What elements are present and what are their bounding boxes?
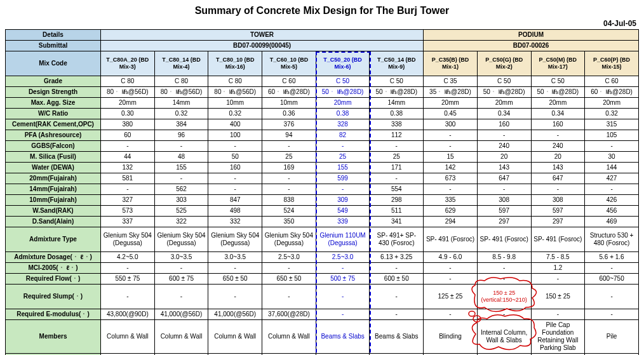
cell: 0.30	[101, 109, 155, 119]
cell: C 50	[477, 76, 531, 87]
cell: 80ㆍ ㎫@56D)	[208, 87, 262, 98]
row-label-agg10: 10mm(Fujairah)	[6, 195, 101, 206]
cell: 144	[585, 163, 639, 173]
cell: 308	[477, 195, 531, 206]
cell: 171	[370, 163, 424, 173]
cell: 160	[208, 163, 262, 173]
cell: -	[154, 285, 208, 309]
cell: 112	[370, 130, 424, 141]
mix-design-table: Details TOWER PODIUM Submittal BD07-0009…	[5, 29, 639, 355]
hdr-tower: TOWER	[101, 30, 424, 41]
cell: -	[208, 184, 262, 195]
cell: 132	[101, 163, 155, 173]
cell: 650 ± 50	[262, 274, 316, 285]
cell: 332	[208, 217, 262, 227]
cell: -	[208, 285, 262, 309]
cell: 50	[208, 152, 262, 163]
cell: Blinding	[424, 320, 478, 354]
cell: 50ㆍ ㎫@28D)	[316, 87, 370, 98]
cell: 4.9 - 6.0	[424, 252, 478, 263]
cell: 327	[101, 195, 155, 206]
cell: 50ㆍ ㎫@28D)	[477, 87, 531, 98]
cell: 328	[316, 119, 370, 130]
cell: -	[424, 141, 478, 152]
table-row: MCI-2005(ㆍ ℓㆍ)--------1.2-	[6, 263, 639, 274]
cell: 80ㆍ ㎫@56D)	[154, 87, 208, 98]
cell: C 50	[531, 76, 585, 87]
cell: -	[316, 141, 370, 152]
cell: 96	[154, 130, 208, 141]
cell: 562	[154, 184, 208, 195]
cell: -	[154, 141, 208, 152]
cell: -	[370, 141, 424, 152]
cell: -	[262, 141, 316, 152]
cell: 14mm	[370, 98, 424, 109]
cell: 297	[477, 217, 531, 227]
row-label-grade: Grade	[6, 76, 101, 87]
cell: 294	[424, 217, 478, 227]
cell: -	[262, 263, 316, 274]
cell: 554	[370, 184, 424, 195]
cell: 337	[101, 217, 155, 227]
cell: 30	[585, 152, 639, 163]
cell: 0.32	[154, 109, 208, 119]
table-wrapper: Details TOWER PODIUM Submittal BD07-0009…	[5, 29, 639, 355]
cell: -	[101, 184, 155, 195]
mix-t2: T_C80_14 (BD Mix-4)	[154, 51, 208, 76]
cell: 0.38	[316, 109, 370, 119]
cell: 469	[585, 217, 639, 227]
cell: 600~750	[585, 274, 639, 285]
page-title: Summary of Concrete Mix Design for The B…	[5, 5, 639, 17]
cell: 308	[531, 195, 585, 206]
cell: 335	[424, 195, 478, 206]
hdr-submittal: Submittal	[6, 41, 101, 51]
cell: 15	[424, 152, 478, 163]
hdr-details: Details	[6, 30, 101, 41]
cell: 60ㆍ ㎫@28D)	[585, 87, 639, 98]
cell: -	[477, 274, 531, 285]
cell: 3.0~3.5	[208, 252, 262, 263]
cell: 155	[316, 163, 370, 173]
cell: -	[531, 274, 585, 285]
cell: 400	[208, 119, 262, 130]
table-row: D.Sand(Alain)337322332350339341294297297…	[6, 217, 639, 227]
cell: -	[585, 309, 639, 320]
cell: 143	[477, 163, 531, 173]
cell: 60	[101, 130, 155, 141]
row-label-agg14: 14mm(Fujairah)	[6, 184, 101, 195]
cell: 573	[101, 206, 155, 217]
cell: 322	[154, 217, 208, 227]
cell: 20mm	[316, 98, 370, 109]
row-label-design_strength: Design Strength	[6, 87, 101, 98]
cell: 94	[262, 130, 316, 141]
mix-p3: P_C50(M) (BD Mix-17)	[531, 51, 585, 76]
mix-p1: P_C35(B) (BD Mix-1)	[424, 51, 478, 76]
cell: Column & Wall	[101, 320, 155, 354]
cell: -	[370, 309, 424, 320]
cell: C 80	[154, 76, 208, 87]
table-row: W.Sand(RAK)57352549852454951162959759745…	[6, 206, 639, 217]
table-row: 20mm(Fujairah)581---599-673647647427	[6, 173, 639, 184]
cell: 37,600(@28D)	[262, 309, 316, 320]
table-row: Admixture Dosage(ㆍ ℓㆍ)4.2~5.03.0~3.53.0~…	[6, 252, 639, 263]
cell: 43,800(@90D)	[101, 309, 155, 320]
cell: C 50	[316, 76, 370, 87]
cell: 20mm	[424, 98, 478, 109]
row-label-pfa: PFA (Ashresource)	[6, 130, 101, 141]
cell: -	[585, 141, 639, 152]
cell: 100	[208, 130, 262, 141]
cell: -	[585, 263, 639, 274]
cell: -	[262, 184, 316, 195]
cell: 315	[585, 119, 639, 130]
table-row: 10mm(Fujairah)32730384783830929833530830…	[6, 195, 639, 206]
cell: 142	[424, 163, 478, 173]
row-label-water: Water (DEWA)	[6, 163, 101, 173]
table-row: Design Strength80ㆍ ㎫@56D)80ㆍ ㎫@56D)80ㆍ ㎫…	[6, 87, 639, 98]
cell: 48	[154, 152, 208, 163]
hdr-tower-sub: BD07-00099(00045)	[101, 41, 424, 51]
table-row: W/C Ratio0.300.320.320.360.380.380.450.3…	[6, 109, 639, 119]
cell: -	[477, 130, 531, 141]
cell: -	[424, 130, 478, 141]
cell: Structuro 530 + 480 (Fosroc)	[585, 227, 639, 252]
cell: 82	[316, 130, 370, 141]
